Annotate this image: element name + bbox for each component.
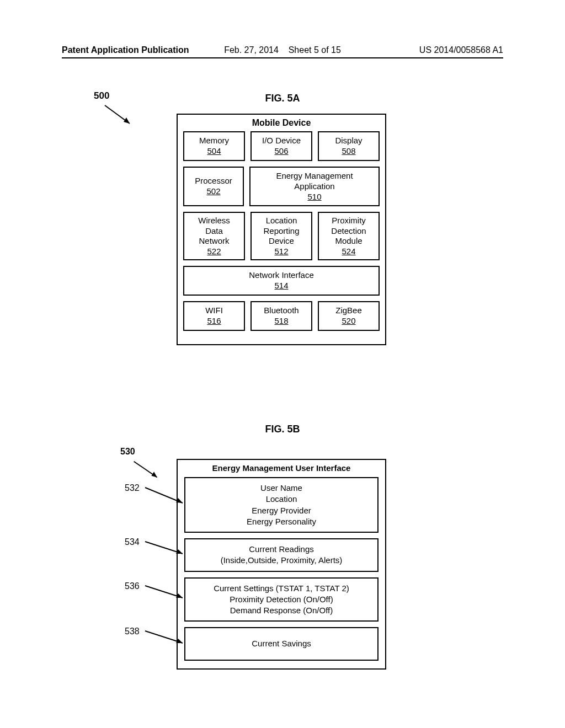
p3-l2: Proximity Detection (On/Off)	[189, 594, 374, 605]
processor-ref: 502	[206, 186, 220, 197]
p3-l1: Current Settings (TSTAT 1, TSTAT 2)	[189, 583, 374, 594]
emapp-l1: Energy Management	[276, 171, 353, 181]
ref-538: 538	[125, 627, 140, 636]
pdm-l3: Module	[335, 236, 362, 247]
ref-530: 530	[120, 447, 135, 457]
lrd-l3: Device	[269, 236, 294, 247]
ref-534: 534	[125, 537, 140, 547]
panel-current-savings: Current Savings	[184, 627, 379, 660]
svg-marker-3	[151, 472, 157, 477]
mobile-device-title: Mobile Device	[183, 118, 380, 128]
arrow-538-icon	[142, 630, 190, 646]
lrd-l2: Reporting	[263, 226, 299, 237]
p1-l2: Location	[189, 494, 374, 505]
p2-l1: Current Readings	[189, 544, 374, 555]
ref-500: 500	[94, 90, 109, 101]
svg-marker-5	[176, 498, 183, 503]
p1-l4: Energy Personality	[189, 516, 374, 527]
pdm-l1: Proximity	[332, 216, 366, 226]
lrd-l1: Location	[266, 216, 297, 226]
bt-label: Bluetooth	[264, 306, 299, 316]
netif-label: Network Interface	[249, 270, 314, 281]
svg-marker-1	[124, 117, 130, 124]
io-ref: 506	[274, 146, 288, 157]
block-zigbee: ZigBee 520	[318, 301, 380, 331]
mobile-device-diagram: Mobile Device Memory 504 I/O Device 506 …	[177, 114, 386, 345]
arrow-536-icon	[142, 585, 190, 601]
processor-label: Processor	[195, 176, 232, 186]
block-bluetooth: Bluetooth 518	[250, 301, 312, 331]
panel-current-settings: Current Settings (TSTAT 1, TSTAT 2) Prox…	[184, 577, 379, 622]
block-location-reporting-device: Location Reporting Device 512	[250, 212, 312, 260]
block-processor: Processor 502	[183, 167, 244, 206]
page-header: Patent Application Publication Feb. 27, …	[62, 45, 503, 58]
io-label: I/O Device	[262, 136, 301, 146]
block-display: Display 508	[318, 131, 380, 161]
wdn-l2: Data	[205, 226, 223, 237]
panel-user-info: User Name Location Energy Provider Energ…	[184, 477, 379, 533]
zb-ref: 520	[342, 316, 355, 326]
zb-label: ZigBee	[335, 306, 362, 316]
block-memory: Memory 504	[183, 131, 245, 161]
fig5b-title: FIG. 5B	[0, 424, 565, 435]
block-wireless-data-network: Wireless Data Network 522	[183, 212, 245, 260]
emui-title: Energy Management User Interface	[184, 463, 379, 473]
wifi-label: WIFI	[205, 306, 223, 316]
emapp-ref: 510	[307, 192, 321, 202]
arrow-534-icon	[142, 540, 190, 557]
block-energy-management-app: Energy Management Application 510	[249, 167, 380, 206]
header-date: Feb. 27, 2014	[224, 45, 279, 55]
memory-ref: 504	[207, 146, 221, 157]
block-proximity-detection-module: Proximity Detection Module 524	[318, 212, 380, 260]
wdn-l1: Wireless	[198, 216, 230, 226]
memory-label: Memory	[199, 136, 229, 146]
wifi-ref: 516	[207, 316, 221, 326]
energy-management-ui-diagram: Energy Management User Interface User Na…	[177, 459, 386, 670]
pdm-ref: 524	[342, 247, 355, 257]
emapp-l2: Application	[294, 181, 334, 192]
lrd-ref: 512	[274, 247, 288, 257]
arrow-530-icon	[130, 459, 163, 482]
p2-l2: (Inside,Outside, Proximity, Alerts)	[189, 555, 374, 566]
display-label: Display	[335, 136, 362, 146]
p4-l1: Current Savings	[189, 638, 374, 649]
arrow-532-icon	[142, 486, 190, 506]
block-io-device: I/O Device 506	[250, 131, 312, 161]
fig5a-title: FIG. 5A	[0, 93, 565, 104]
wdn-ref: 522	[207, 247, 221, 257]
header-sheet: Sheet 5 of 15	[289, 45, 341, 55]
p1-l1: User Name	[189, 483, 374, 494]
pdm-l2: Detection	[331, 226, 366, 237]
arrow-500-icon	[102, 103, 135, 127]
p1-l3: Energy Provider	[189, 505, 374, 516]
ref-532: 532	[125, 483, 140, 493]
block-network-interface: Network Interface 514	[183, 266, 380, 296]
p3-l3: Demand Response (On/Off)	[189, 605, 374, 616]
panel-current-readings: Current Readings (Inside,Outside, Proxim…	[184, 538, 379, 572]
wdn-l3: Network	[199, 236, 229, 247]
bt-ref: 518	[274, 316, 288, 326]
ref-536: 536	[125, 581, 140, 591]
display-ref: 508	[342, 146, 355, 157]
netif-ref: 514	[274, 281, 288, 291]
block-wifi: WIFI 516	[183, 301, 245, 331]
